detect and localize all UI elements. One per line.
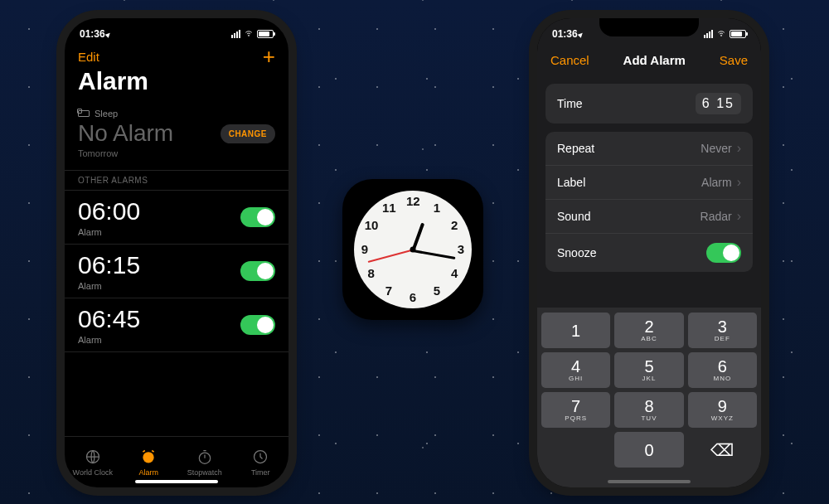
- key-7[interactable]: 7PQRS: [541, 392, 610, 428]
- key-letters: PQRS: [565, 414, 587, 422]
- cell-value: Never›: [701, 141, 741, 156]
- battery-icon: [257, 30, 274, 38]
- no-alarm-text: No Alarm: [78, 120, 173, 147]
- label-cell[interactable]: Label Alarm›: [545, 166, 753, 200]
- alarm-toggle[interactable]: [240, 315, 275, 335]
- key-3[interactable]: 3DEF: [688, 313, 757, 348]
- key-9[interactable]: 9WXYZ: [688, 392, 757, 428]
- snooze-cell: Snooze: [545, 234, 753, 272]
- time-cell[interactable]: Time 6 15: [545, 84, 753, 124]
- cell-value: Alarm›: [701, 175, 741, 190]
- chevron-right-icon: ›: [737, 175, 741, 190]
- alarm-icon: [139, 448, 158, 466]
- clock-number: 4: [448, 266, 461, 280]
- edit-button[interactable]: Edit: [78, 50, 99, 64]
- tab-label: World Clock: [73, 468, 113, 477]
- time-value[interactable]: 6 15: [696, 93, 741, 114]
- page-title: Alarm: [65, 67, 288, 104]
- sound-cell[interactable]: Sound Radar›: [545, 200, 753, 234]
- key-letters: WXYZ: [711, 414, 734, 422]
- key-number: 3: [718, 318, 727, 335]
- second-hand: [368, 250, 413, 263]
- alarm-label: Alarm: [78, 227, 140, 237]
- key-number: 1: [571, 322, 580, 339]
- alarm-toggle[interactable]: [240, 261, 275, 281]
- svg-point-1: [143, 452, 154, 463]
- alarm-time: 06:45: [78, 305, 140, 333]
- clock-number: 8: [365, 266, 378, 280]
- key-number: 6: [718, 358, 727, 375]
- key-1[interactable]: 1: [541, 313, 610, 348]
- clock-number: 11: [382, 201, 395, 215]
- tab-label: Alarm: [138, 468, 158, 477]
- status-right: [704, 30, 746, 38]
- wifi-icon: [244, 30, 254, 38]
- modal-navbar: Cancel Add Alarm Save: [537, 50, 761, 75]
- tab-label: Timer: [251, 468, 270, 477]
- time-cell-group: Time 6 15: [545, 84, 753, 124]
- key-number: 7: [571, 398, 580, 414]
- home-indicator[interactable]: [135, 480, 218, 483]
- save-button[interactable]: Save: [720, 53, 748, 67]
- key-blank: [541, 432, 610, 468]
- key-letters: GHI: [569, 375, 583, 382]
- key-2[interactable]: 2ABC: [614, 313, 683, 348]
- clock-number: 9: [358, 242, 371, 256]
- key-number: 4: [571, 358, 580, 375]
- key-5[interactable]: 5JKL: [614, 352, 683, 388]
- key-letters: MNO: [713, 375, 731, 382]
- cell-label: Sound: [557, 210, 590, 223]
- alarm-row[interactable]: 06:45Alarm: [65, 298, 288, 352]
- add-alarm-screen: 01:36▴ Cancel Add Alarm Save Time 6 15 R…: [537, 18, 761, 487]
- key-letters: ABC: [641, 335, 657, 342]
- modal-title: Add Alarm: [623, 53, 686, 67]
- notch: [599, 18, 699, 36]
- status-time: 01:36▴: [552, 28, 584, 40]
- stopwatch-icon: [196, 448, 214, 466]
- notch: [127, 18, 226, 36]
- alarm-time: 06:15: [78, 251, 140, 279]
- key-number: 5: [644, 358, 653, 375]
- key-letters: JKL: [642, 375, 657, 382]
- key-letters: DEF: [715, 335, 730, 342]
- add-alarm-button[interactable]: +: [263, 51, 275, 62]
- key-0[interactable]: 0: [614, 432, 683, 468]
- clock-number: 5: [430, 284, 444, 298]
- clock-number: 2: [448, 218, 461, 232]
- key-number: 0: [644, 442, 653, 458]
- clock-number: 10: [365, 218, 378, 232]
- change-button[interactable]: CHANGE: [221, 124, 275, 143]
- home-indicator[interactable]: [608, 480, 691, 483]
- cancel-button[interactable]: Cancel: [550, 53, 589, 67]
- wifi-icon: [716, 30, 726, 38]
- alarm-label: Alarm: [78, 281, 140, 291]
- tomorrow-label: Tomorrow: [65, 148, 288, 170]
- phone-add-alarm: 01:36▴ Cancel Add Alarm Save Time 6 15 R…: [537, 18, 761, 487]
- alarm-row[interactable]: 06:15Alarm: [65, 245, 288, 298]
- alarm-toggle[interactable]: [240, 207, 275, 227]
- key-number: 8: [644, 398, 653, 414]
- location-icon: ▴: [104, 30, 114, 39]
- options-cell-group: Repeat Never› Label Alarm› Sound Radar› …: [545, 132, 753, 272]
- key-number: 9: [718, 398, 727, 414]
- signal-icon: [704, 30, 713, 38]
- cell-label: Repeat: [557, 142, 594, 155]
- key-4[interactable]: 4GHI: [541, 352, 610, 388]
- snooze-toggle[interactable]: [706, 243, 741, 263]
- key-6[interactable]: 6MNO: [688, 352, 757, 388]
- chevron-right-icon: ›: [737, 209, 741, 224]
- tab-label: Stopwatch: [187, 468, 222, 477]
- key-8[interactable]: 8TUV: [614, 392, 683, 428]
- globe-icon: [84, 448, 102, 466]
- cell-value: Radar›: [701, 209, 741, 224]
- clock-number: 12: [406, 194, 419, 208]
- delete-key[interactable]: ⌫: [688, 432, 757, 468]
- repeat-cell[interactable]: Repeat Never›: [545, 132, 753, 166]
- sleep-alarm-row: No Alarm CHANGE: [65, 120, 288, 148]
- time-label: Time: [557, 97, 583, 110]
- clock-face: 121234567891011: [354, 191, 472, 308]
- clock-app-icon: 121234567891011: [342, 179, 483, 320]
- backspace-icon: ⌫: [710, 440, 734, 460]
- timer-icon: [251, 448, 269, 466]
- alarm-row[interactable]: 06:00Alarm: [65, 191, 288, 245]
